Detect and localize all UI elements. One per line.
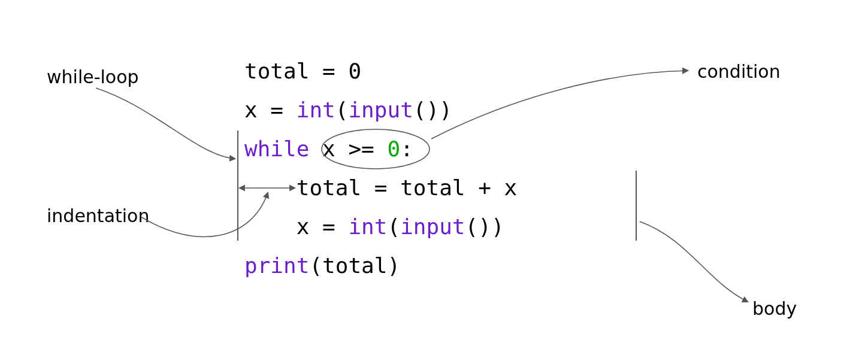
code-line-3-while: while x >= 0:: [244, 136, 413, 161]
condition-expr: x >= 0: [322, 136, 400, 161]
label-indentation: indentation: [47, 205, 149, 226]
code-line-6: print(total): [244, 253, 400, 278]
code-line-2: x = int(input()): [244, 98, 452, 122]
label-condition: condition: [697, 61, 781, 82]
arrow-condition: [431, 71, 688, 139]
label-body: body: [752, 298, 797, 319]
arrow-body: [640, 222, 748, 302]
arrow-while-loop: [96, 88, 235, 159]
code-line-1: total = 0: [244, 59, 361, 83]
label-while-loop: while-loop: [47, 66, 139, 87]
while-keyword: while: [244, 136, 309, 161]
code-line-5-body: x = int(input()): [244, 214, 504, 239]
code-line-4-body: total = total + x: [244, 175, 517, 200]
